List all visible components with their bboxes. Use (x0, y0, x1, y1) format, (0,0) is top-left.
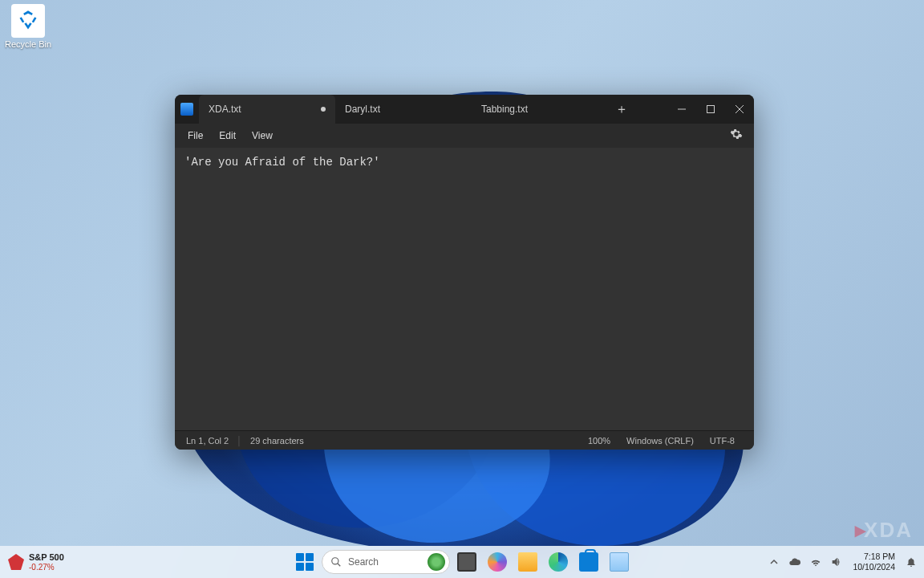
widget-change: -0.27% (29, 563, 64, 572)
tab-tabbing[interactable]: Tabbing.txt (472, 95, 608, 124)
widget-title: S&P 500 (29, 552, 64, 562)
status-encoding[interactable]: UTF-8 (702, 436, 743, 446)
tab-label: Daryl.txt (345, 104, 380, 115)
store-icon (579, 552, 598, 572)
bell-icon (906, 556, 917, 568)
tab-xda[interactable]: XDA.txt (199, 95, 335, 124)
search-placeholder: Search (348, 556, 379, 568)
store-button[interactable] (575, 548, 602, 576)
svg-line-5 (338, 564, 341, 567)
file-explorer-button[interactable] (514, 548, 541, 576)
clock-date: 10/10/2024 (853, 562, 895, 572)
wifi-tray[interactable] (806, 550, 825, 574)
maximize-button[interactable] (696, 95, 725, 124)
chevron-up-icon (770, 558, 778, 566)
taskbar: S&P 500 -0.27% Search (0, 546, 924, 578)
onedrive-tray[interactable] (785, 550, 804, 574)
windows-logo-icon (296, 553, 314, 571)
new-tab-button[interactable]: ＋ (608, 95, 635, 124)
status-line-ending[interactable]: Windows (CRLF) (618, 436, 702, 446)
copilot-button[interactable] (484, 548, 511, 576)
status-characters: 29 characters (242, 436, 312, 446)
clock[interactable]: 7:18 PM 10/10/2024 (848, 552, 900, 572)
close-button[interactable] (725, 95, 754, 124)
folder-icon (518, 552, 537, 572)
settings-button[interactable] (723, 124, 749, 147)
start-button[interactable] (291, 548, 318, 576)
stock-icon (8, 554, 24, 570)
unsaved-indicator-icon (321, 107, 326, 112)
task-view-icon (457, 552, 476, 572)
volume-tray[interactable] (827, 550, 846, 574)
speaker-icon (830, 556, 843, 568)
search-icon (330, 556, 342, 568)
recycle-bin-icon (11, 4, 45, 38)
menu-file[interactable]: File (180, 127, 211, 144)
tab-label: XDA.txt (209, 104, 241, 115)
search-highlight-icon (428, 553, 445, 571)
notepad-app-icon (175, 95, 199, 124)
notepad-taskbar-button[interactable] (606, 548, 633, 576)
minimize-button[interactable] (667, 95, 696, 124)
svg-point-4 (332, 558, 338, 564)
recycle-bin-label: Recycle Bin (4, 39, 52, 49)
svg-rect-1 (707, 106, 715, 113)
wifi-icon (809, 556, 822, 568)
tray-chevron[interactable] (764, 550, 784, 574)
tab-daryl[interactable]: Daryl.txt (335, 95, 472, 124)
recycle-bin[interactable]: Recycle Bin (4, 4, 52, 49)
edge-button[interactable] (545, 548, 572, 576)
tab-label: Tabbing.txt (481, 104, 528, 115)
clock-time: 7:18 PM (853, 552, 895, 562)
xda-watermark: ▸XDA (855, 518, 913, 543)
menubar: File Edit View (175, 124, 754, 148)
notepad-icon (610, 552, 629, 572)
search-input[interactable]: Search (322, 550, 450, 574)
notifications-tray[interactable] (902, 550, 921, 574)
task-view-button[interactable] (453, 548, 480, 576)
menu-edit[interactable]: Edit (211, 127, 244, 144)
status-position: Ln 1, Col 2 (186, 436, 237, 446)
cloud-icon (788, 556, 801, 568)
widgets-button[interactable]: S&P 500 -0.27% (0, 552, 72, 571)
text-editor[interactable]: 'Are you Afraid of the Dark?' (175, 148, 754, 430)
edge-icon (549, 552, 568, 572)
statusbar: Ln 1, Col 2 │ 29 characters 100% Windows… (175, 430, 754, 450)
titlebar[interactable]: XDA.txt Daryl.txt Tabbing.txt ＋ (175, 95, 754, 124)
menu-view[interactable]: View (244, 127, 281, 144)
copilot-icon (488, 552, 507, 572)
notepad-window: XDA.txt Daryl.txt Tabbing.txt ＋ File Edi… (175, 95, 754, 450)
status-zoom[interactable]: 100% (580, 436, 618, 446)
